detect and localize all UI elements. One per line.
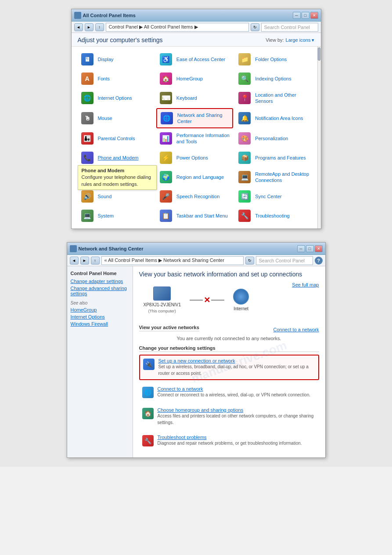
sidebar-link-firewall[interactable]: Windows Firewall [71, 321, 129, 326]
cp-label-display: Display [98, 56, 114, 62]
new-connection-link[interactable]: Set up a new connection or network [158, 358, 316, 363]
trouble-icon: 🔧 [237, 209, 252, 223]
forward-button-2[interactable]: ► [80, 257, 89, 265]
minimize-button-2[interactable]: ─ [297, 245, 305, 252]
cp-item-internet[interactable]: 🌐 Internet Options [78, 89, 155, 107]
cp-label-indexing: Indexing Options [255, 76, 291, 82]
location-icon: 📍 [237, 91, 252, 105]
net-setting-connect[interactable]: 🌐 Connect to a network Connect or reconn… [139, 384, 319, 401]
net-setting-homegroup[interactable]: 🏠 Choose homegroup and sharing options A… [139, 405, 319, 428]
connect-desc: Connect or reconnect to a wireless, wire… [158, 392, 311, 397]
minimize-button[interactable]: ─ [293, 12, 301, 19]
scrollbar-1[interactable] [317, 47, 321, 229]
see-also-title: See also [71, 301, 129, 305]
sidebar-link-adapter[interactable]: Change adapter settings [71, 279, 129, 284]
sidebar-link-homegroup[interactable]: HomeGroup [71, 307, 129, 312]
computer-node: XP8XJ1-2VJENIV1 (This computer) [144, 287, 181, 313]
address-text-1: Control Panel ▶ All Control Panel Items … [109, 24, 198, 30]
up-button-2[interactable]: ↑ [91, 257, 100, 265]
window-icon [74, 12, 81, 19]
homegroup-icon: 🏠 [159, 72, 173, 86]
cp-item-remote[interactable]: 💻 RemoteApp and Desktop Connections [235, 168, 312, 186]
close-button-2[interactable]: ✕ [315, 245, 323, 252]
cp-item-mouse[interactable]: 🖱 Mouse [78, 108, 155, 128]
connect-link[interactable]: Connect to a network [158, 386, 316, 392]
connect-to-network-link[interactable]: Connect to a network [273, 327, 319, 332]
region-icon: 🌍 [159, 170, 173, 184]
address-bar-1: ◄ ► ↑ Control Panel ▶ All Control Panel … [72, 22, 321, 33]
cp-item-homegroup[interactable]: 🏠 HomeGroup [156, 69, 233, 88]
content-header-title-1: Adjust your computer's settings [78, 36, 163, 44]
title-bar-controls: ─ □ ✕ [293, 12, 318, 19]
connect-text: Connect to a network Connect or reconnec… [158, 386, 316, 398]
cp-item-personalize[interactable]: 🎨 Personalization [235, 129, 312, 148]
maximize-button[interactable]: □ [302, 12, 309, 19]
title-bar-controls-2: ─ □ ✕ [297, 245, 323, 252]
search-box-2[interactable]: Search Control Panel [256, 256, 313, 265]
homegroup-sharing-link[interactable]: Choose homegroup and sharing options [158, 407, 316, 413]
cp-item-display[interactable]: 🖥 Display [78, 50, 155, 69]
cp-item-taskbar[interactable]: 📋 Taskbar and Start Menu [156, 207, 233, 225]
cp-item-sync[interactable]: 🔄 Sync Center [235, 187, 312, 206]
cp-item-indexing[interactable]: 🔍 Indexing Options [235, 69, 312, 88]
cp-item-fonts[interactable]: A Fonts [78, 69, 155, 88]
keyboard-icon: ⌨ [159, 91, 173, 105]
view-by-value[interactable]: Large icons ▾ [286, 37, 315, 43]
forward-button[interactable]: ► [85, 23, 94, 31]
sidebar-title[interactable]: Control Panel Home [71, 271, 129, 276]
cp-item-keyboard[interactable]: ⌨ Keyboard [156, 89, 233, 107]
cp-item-folder[interactable]: 📁 Folder Options [235, 50, 312, 69]
back-button-2[interactable]: ◄ [70, 257, 79, 265]
sidebar-link-internet[interactable]: Internet Options [71, 314, 129, 319]
cp-item-programs[interactable]: 📦 Programs and Features [235, 149, 312, 167]
cp-label-location: Location and Other Sensors [255, 92, 309, 105]
personalize-icon: 🎨 [237, 131, 252, 145]
search-placeholder-2: Search Control Panel [259, 258, 305, 263]
cp-item-power[interactable]: ⚡ Power Options [156, 149, 233, 167]
active-networks-area: View your active networks Connect to a n… [139, 325, 319, 341]
new-connection-icon: 🔌 [143, 358, 155, 370]
back-button[interactable]: ◄ [74, 23, 83, 31]
net-setting-new-connection[interactable]: 🔌 Set up a new connection or network Set… [139, 355, 319, 380]
connect-icon: 🌐 [142, 386, 154, 399]
sidebar-link-advanced[interactable]: Change advanced sharing settings [71, 286, 129, 296]
cp-item-location[interactable]: 📍 Location and Other Sensors [235, 89, 312, 107]
network-diagram: XP8XJ1-2VJENIV1 (This computer) ✕ I [139, 282, 254, 318]
cp-item-system[interactable]: 💻 System [78, 207, 155, 225]
tooltip-desc: Configure your telephone dialing rules a… [82, 174, 151, 186]
cp-item-parental[interactable]: 👨‍👧 Parental Controls [78, 129, 155, 148]
cp-item-trouble[interactable]: 🔧 Troubleshooting [235, 207, 312, 225]
address-path-1[interactable]: Control Panel ▶ All Control Panel Items … [106, 23, 249, 32]
net-setting-troubleshoot[interactable]: 🔧 Troubleshoot problems Diagnose and rep… [139, 432, 319, 450]
internet-icon-globe [233, 289, 249, 305]
cp-label-keyboard: Keyboard [176, 95, 197, 101]
display-icon: 🖥 [80, 52, 94, 66]
refresh-button[interactable]: ↻ [251, 23, 259, 31]
troubleshoot-link[interactable]: Troubleshoot problems [158, 435, 316, 440]
search-box-1[interactable]: Search Control Panel [261, 23, 318, 32]
cp-item-sound[interactable]: 🔊 Sound [78, 187, 155, 206]
tooltip-title: Phone and Modem [82, 167, 153, 174]
scrollbar-thumb-1[interactable] [318, 47, 320, 61]
cp-item-phone[interactable]: 📞 Phone and Modem Phone and Modem Config… [78, 149, 155, 167]
cp-label-speech: Speech Recognition [176, 193, 219, 200]
cp-item-speech[interactable]: 🎤 Speech Recognition [156, 187, 233, 206]
cp-item-performance[interactable]: 📊 Performance Information and Tools [156, 129, 233, 148]
maximize-button-2[interactable]: □ [306, 245, 314, 252]
close-button[interactable]: ✕ [310, 12, 318, 19]
cp-item-notification[interactable]: 🔔 Notification Area Icons [235, 108, 312, 128]
window-icon-2 [70, 245, 77, 252]
cp-item-network[interactable]: 🌐 Network and Sharing Center [156, 108, 233, 128]
refresh-button-2[interactable]: ↻ [245, 257, 254, 265]
see-full-map[interactable]: See full map [292, 282, 319, 287]
new-connection-text: Set up a new connection or network Set u… [158, 358, 316, 377]
address-path-2[interactable]: « All Control Panel Items ▶ Network and … [101, 256, 244, 265]
cp-item-ease[interactable]: ♿ Ease of Access Center [156, 50, 233, 69]
up-button[interactable]: ↑ [95, 23, 104, 31]
network-connector: ✕ [190, 295, 224, 305]
address-bar-2: ◄ ► ↑ « All Control Panel Items ▶ Networ… [67, 255, 325, 266]
win2-body: Control Panel Home Change adapter settin… [67, 266, 325, 457]
help-button[interactable]: ? [315, 257, 323, 265]
cp-item-region[interactable]: 🌍 Region and Language [156, 168, 233, 186]
fonts-icon: A [80, 72, 94, 86]
